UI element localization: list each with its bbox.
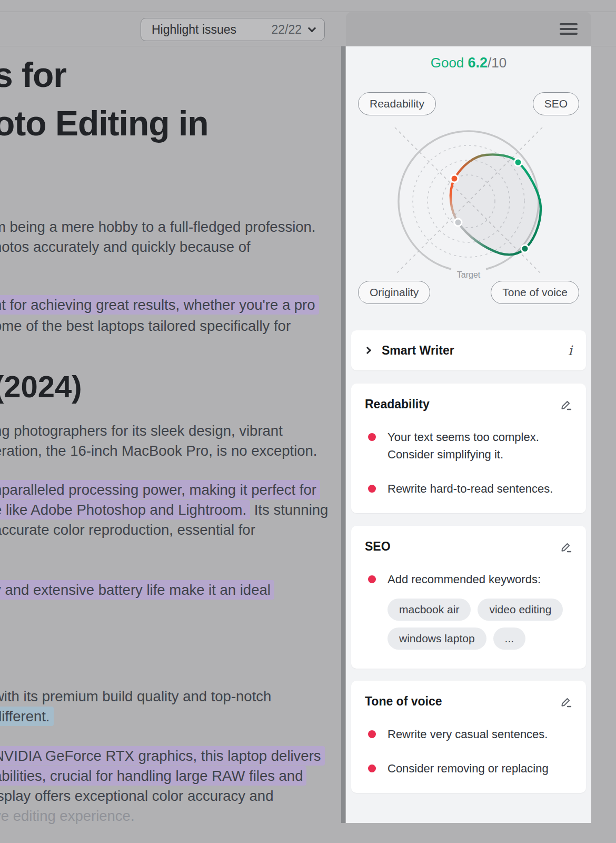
- doc-text-plain: Its stunning: [250, 502, 328, 518]
- document-editor[interactable]: s for oto Editing in m being a mere hobb…: [0, 0, 346, 843]
- doc-line: nparalleled processing power, making it …: [0, 482, 320, 498]
- seo-card-title: SEO: [365, 540, 391, 554]
- keyword-pill-more[interactable]: ...: [493, 628, 526, 650]
- highlight-issues-label: Highlight issues: [152, 23, 236, 37]
- score-value: 6.2: [468, 55, 488, 71]
- edit-pencil-icon[interactable]: [560, 695, 572, 708]
- readability-card: Readability Your text seems too complex.…: [351, 384, 586, 513]
- score-gauge-chart: Target: [363, 126, 574, 284]
- chevron-down-icon: [308, 24, 316, 32]
- issue-text: Add recommended keywords:: [388, 571, 567, 588]
- keyword-pill[interactable]: video editing: [478, 599, 563, 621]
- keyword-pill[interactable]: macbook air: [388, 599, 471, 621]
- score-max: /10: [488, 55, 506, 71]
- issue-dot-icon: [368, 575, 376, 583]
- issue-item: Your text seems too complex. Consider si…: [365, 428, 572, 463]
- smart-writer-title: Smart Writer: [382, 344, 454, 358]
- doc-line: different.: [0, 708, 54, 725]
- doc-line: m being a mere hobby to a full-fledged p…: [0, 219, 315, 236]
- doc-line: with its premium build quality and top-n…: [0, 688, 271, 705]
- axis-pill-originality[interactable]: Originality: [358, 281, 430, 304]
- doc-line: ng photographers for its sleek design, v…: [0, 423, 283, 439]
- issue-dot-icon: [368, 764, 376, 772]
- axis-pill-readability[interactable]: Readability: [358, 92, 436, 115]
- seo-card: SEO Add recommended keywords: macbook ai…: [351, 526, 586, 669]
- doc-line: abilities, crucial for handling large RA…: [0, 768, 306, 785]
- doc-line: NVIDIA GeForce RTX graphics, this laptop…: [0, 748, 325, 764]
- doc-subheading: (2024): [0, 369, 82, 404]
- doc-line: isplay offers exceptional color accuracy…: [0, 788, 273, 805]
- doc-heading-line: s for: [0, 55, 66, 95]
- editor-toolbar: Highlight issues 22/22: [0, 12, 616, 46]
- axis-pill-tone-of-voice[interactable]: Tone of voice: [491, 281, 579, 304]
- issue-dot-icon: [368, 485, 376, 493]
- smart-writer-row[interactable]: Smart Writer i: [351, 330, 586, 370]
- issue-text: Rewrite very casual sentences.: [388, 726, 567, 743]
- highlighted-text: e like Adobe Photoshop and Lightroom.: [0, 500, 250, 519]
- issue-dot-icon: [368, 433, 376, 441]
- overall-score: Good 6.2/10: [351, 55, 586, 71]
- editor-scrollbar[interactable]: [341, 46, 345, 823]
- score-blob-fill: [451, 154, 541, 254]
- score-label: Good: [431, 55, 464, 71]
- edit-pencil-icon[interactable]: [560, 541, 572, 553]
- issue-dot-icon: [368, 730, 376, 738]
- chevron-right-icon: [364, 347, 371, 354]
- highlighted-text: nparalleled processing power, making it …: [0, 480, 320, 499]
- doc-line: e like Adobe Photoshop and Lightroom. It…: [0, 502, 328, 518]
- edit-pencil-icon[interactable]: [560, 398, 572, 411]
- issue-text: Your text seems too complex. Consider si…: [388, 428, 567, 463]
- tone-card-title: Tone of voice: [365, 694, 442, 709]
- issue-item: Consider removing or replacing: [365, 760, 572, 777]
- highlighted-text: abilities, crucial for handling large RA…: [0, 766, 306, 786]
- readability-point[interactable]: [451, 175, 458, 182]
- highlighted-text: nt for achieving great results, whether …: [0, 295, 319, 315]
- assistant-panel: Good 6.2/10 Readability SEO: [346, 12, 591, 823]
- tone-of-voice-card: Tone of voice Rewrite very casual senten…: [351, 681, 586, 793]
- doc-line: y and extensive battery life make it an …: [0, 582, 274, 599]
- issue-item: Rewrite hard-to-read sentences.: [365, 480, 572, 497]
- info-icon[interactable]: i: [568, 344, 572, 357]
- issue-item: Add recommended keywords:: [365, 571, 572, 588]
- readability-card-title: Readability: [365, 397, 430, 411]
- doc-line: accurate color reproduction, essential f…: [0, 522, 255, 538]
- seo-point[interactable]: [514, 159, 522, 166]
- document-text: s for oto Editing in m being a mere hobb…: [0, 0, 346, 843]
- tone-of-voice-point[interactable]: [521, 245, 529, 252]
- doc-line: notos accurately and quickly because of: [0, 239, 251, 256]
- originality-point[interactable]: [454, 219, 462, 226]
- issues-count: 22/22: [271, 23, 302, 37]
- doc-line: ve editing experience.: [0, 808, 135, 825]
- issue-item: Rewrite very casual sentences.: [365, 726, 572, 743]
- issue-text: Rewrite hard-to-read sentences.: [388, 480, 567, 497]
- doc-line: nt for achieving great results, whether …: [0, 297, 319, 313]
- app-screen: s for oto Editing in m being a mere hobb…: [0, 0, 616, 843]
- highlighted-text: NVIDIA GeForce RTX graphics, this laptop…: [0, 746, 325, 766]
- keyword-pill[interactable]: windows laptop: [388, 628, 486, 650]
- doc-line: ome of the best laptops tailored specifi…: [0, 318, 291, 335]
- target-label: Target: [457, 270, 481, 279]
- keyword-list: macbook air video editing windows laptop…: [388, 599, 577, 650]
- panel-body: Good 6.2/10 Readability SEO: [346, 46, 591, 823]
- highlight-issues-dropdown[interactable]: Highlight issues 22/22: [141, 18, 325, 41]
- issue-text: Consider removing or replacing: [388, 760, 567, 777]
- doc-line: eration, the 16-inch MacBook Pro, is no …: [0, 443, 317, 459]
- doc-heading-line: oto Editing in: [0, 103, 208, 143]
- highlighted-text: y and extensive battery life make it an …: [0, 580, 274, 600]
- highlighted-text-blue: different.: [0, 707, 54, 726]
- axis-pill-seo[interactable]: SEO: [533, 92, 579, 115]
